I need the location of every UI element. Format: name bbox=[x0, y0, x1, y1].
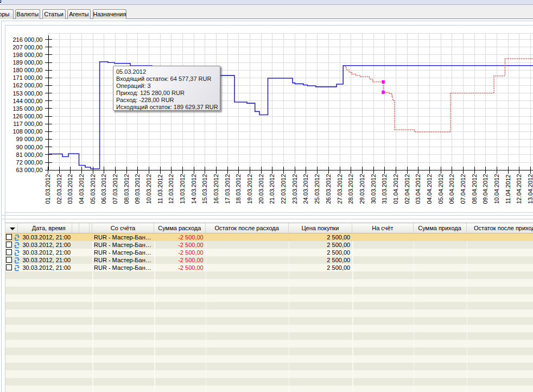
svg-text:04.03.2012: 04.03.2012 bbox=[78, 174, 85, 204]
svg-text:189 000,00: 189 000,00 bbox=[12, 59, 42, 66]
svg-text:10.04.2012: 10.04.2012 bbox=[493, 174, 500, 204]
svg-text:13.04.2012: 13.04.2012 bbox=[527, 174, 533, 204]
svg-text:05.03.2012: 05.03.2012 bbox=[90, 174, 96, 204]
svg-text:11.04.2012: 11.04.2012 bbox=[505, 174, 511, 204]
svg-text:24.03.2012: 24.03.2012 bbox=[303, 174, 309, 204]
svg-text:153 000,00: 153 000,00 bbox=[12, 90, 42, 97]
svg-text:09.03.2012: 09.03.2012 bbox=[134, 174, 141, 204]
svg-text:04.04.2012: 04.04.2012 bbox=[426, 174, 433, 204]
svg-text:12.04.2012: 12.04.2012 bbox=[516, 174, 523, 204]
svg-text:12.03.2012: 12.03.2012 bbox=[168, 174, 174, 204]
svg-text:20.03.2012: 20.03.2012 bbox=[258, 174, 264, 204]
svg-text:144 000,00: 144 000,00 bbox=[12, 98, 42, 104]
svg-text:63 000,00: 63 000,00 bbox=[16, 167, 43, 173]
svg-text:90 000,00: 90 000,00 bbox=[16, 144, 43, 150]
svg-text:01.03.2012: 01.03.2012 bbox=[45, 174, 51, 204]
svg-text:25.03.2012: 25.03.2012 bbox=[314, 174, 320, 204]
svg-text:27.03.2012: 27.03.2012 bbox=[337, 174, 343, 204]
svg-text:06.04.2012: 06.04.2012 bbox=[448, 174, 455, 204]
svg-text:117 000,00: 117 000,00 bbox=[13, 121, 42, 127]
svg-text:180 000,00: 180 000,00 bbox=[12, 67, 42, 73]
svg-text:171 000,00: 171 000,00 bbox=[12, 74, 42, 81]
svg-text:29.03.2012: 29.03.2012 bbox=[359, 174, 365, 204]
svg-text:21.03.2012: 21.03.2012 bbox=[269, 174, 276, 204]
svg-text:26.03.2012: 26.03.2012 bbox=[325, 174, 332, 204]
svg-text:198 000,00: 198 000,00 bbox=[12, 52, 42, 58]
svg-text:23.03.2012: 23.03.2012 bbox=[291, 174, 298, 204]
svg-text:18.03.2012: 18.03.2012 bbox=[236, 174, 242, 204]
svg-text:22.03.2012: 22.03.2012 bbox=[280, 174, 287, 204]
svg-text:10.03.2012: 10.03.2012 bbox=[145, 174, 152, 204]
svg-text:216 000,00: 216 000,00 bbox=[12, 36, 42, 43]
svg-text:19.03.2012: 19.03.2012 bbox=[246, 174, 253, 204]
svg-text:162 000,00: 162 000,00 bbox=[12, 82, 42, 88]
svg-text:28.03.2012: 28.03.2012 bbox=[347, 174, 354, 204]
svg-text:03.04.2012: 03.04.2012 bbox=[415, 174, 421, 204]
svg-text:05.04.2012: 05.04.2012 bbox=[437, 174, 444, 204]
svg-text:14.03.2012: 14.03.2012 bbox=[191, 174, 197, 204]
svg-text:81 000,00: 81 000,00 bbox=[16, 151, 43, 158]
svg-text:07.03.2012: 07.03.2012 bbox=[112, 174, 118, 204]
svg-text:13.03.2012: 13.03.2012 bbox=[179, 174, 186, 204]
svg-text:11.03.2012: 11.03.2012 bbox=[157, 174, 163, 204]
svg-text:126 000,00: 126 000,00 bbox=[12, 113, 42, 119]
svg-text:16.03.2012: 16.03.2012 bbox=[213, 174, 219, 204]
svg-text:07.04.2012: 07.04.2012 bbox=[460, 174, 466, 204]
svg-text:15.03.2012: 15.03.2012 bbox=[201, 174, 208, 204]
svg-text:31.03.2012: 31.03.2012 bbox=[381, 174, 388, 204]
svg-text:08.04.2012: 08.04.2012 bbox=[471, 174, 478, 204]
svg-text:135 000,00: 135 000,00 bbox=[12, 105, 42, 112]
svg-text:99 000,00: 99 000,00 bbox=[16, 136, 43, 142]
svg-text:17.03.2012: 17.03.2012 bbox=[224, 174, 231, 204]
svg-text:03.03.2012: 03.03.2012 bbox=[67, 174, 73, 204]
svg-text:207 000,00: 207 000,00 bbox=[12, 44, 42, 50]
svg-text:72 000,00: 72 000,00 bbox=[16, 159, 43, 166]
svg-text:06.03.2012: 06.03.2012 bbox=[100, 174, 107, 204]
svg-text:08.03.2012: 08.03.2012 bbox=[123, 174, 130, 204]
svg-text:02.04.2012: 02.04.2012 bbox=[404, 174, 410, 204]
svg-text:01.04.2012: 01.04.2012 bbox=[392, 174, 399, 204]
svg-text:30.03.2012: 30.03.2012 bbox=[370, 174, 377, 204]
svg-text:108 000,00: 108 000,00 bbox=[12, 128, 42, 135]
svg-text:02.03.2012: 02.03.2012 bbox=[56, 174, 62, 204]
svg-text:09.04.2012: 09.04.2012 bbox=[482, 174, 488, 204]
